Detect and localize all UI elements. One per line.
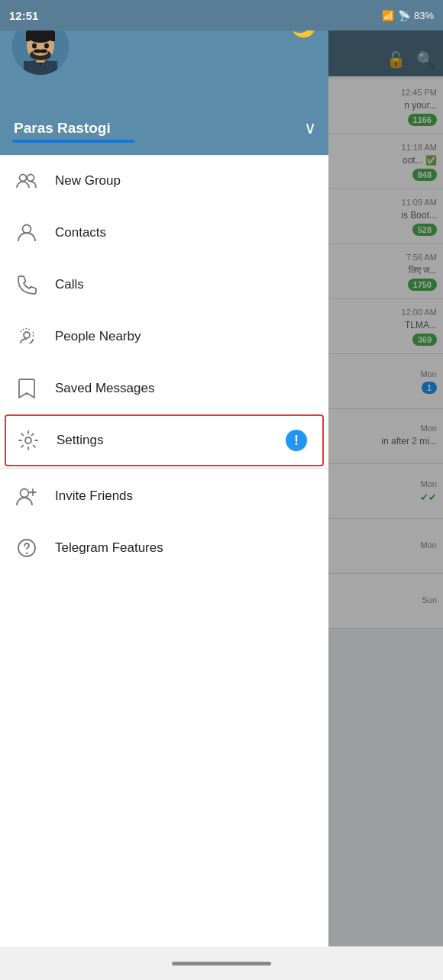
- svg-point-18: [24, 332, 30, 338]
- svg-point-15: [20, 175, 27, 182]
- svg-rect-8: [51, 34, 55, 41]
- svg-point-19: [25, 437, 31, 443]
- drawer-username[interactable]: Paras Rastogi: [14, 120, 111, 137]
- settings-notification-badge: !: [286, 430, 307, 451]
- chevron-down-icon[interactable]: ∨: [304, 118, 316, 138]
- wifi-icon: 📶: [382, 10, 394, 21]
- invite-friends-label: Invite Friends: [55, 488, 133, 504]
- new-group-label: New Group: [55, 173, 121, 189]
- menu-item-invite-friends[interactable]: Invite Friends: [0, 470, 328, 522]
- svg-point-22: [26, 553, 27, 554]
- saved-messages-label: Saved Messages: [55, 381, 154, 396]
- blue-bar: [12, 140, 134, 143]
- status-time: 12:51: [9, 9, 38, 22]
- signal-icon: 📡: [398, 10, 410, 21]
- menu-item-new-group[interactable]: New Group: [0, 155, 328, 207]
- menu-item-settings[interactable]: Settings !: [5, 414, 324, 466]
- menu-item-calls[interactable]: Calls: [0, 259, 328, 311]
- menu-list: New Group Contacts Calls: [0, 155, 328, 980]
- nearby-icon: [15, 325, 38, 348]
- svg-rect-7: [26, 34, 30, 41]
- bottom-nav: [0, 946, 443, 980]
- svg-point-16: [27, 175, 34, 182]
- drawer: 🌙: [0, 0, 328, 980]
- svg-point-20: [21, 489, 29, 498]
- menu-item-saved-messages[interactable]: Saved Messages: [0, 363, 328, 414]
- phone-icon: [15, 273, 38, 296]
- settings-icon: [17, 429, 40, 452]
- bookmark-icon: [15, 377, 38, 400]
- group-icon: [15, 169, 38, 192]
- telegram-features-label: Telegram Features: [55, 540, 163, 556]
- contacts-label: Contacts: [55, 225, 106, 240]
- add-person-icon: [15, 485, 38, 508]
- status-icons: 📶 📡 83%: [382, 10, 434, 21]
- people-nearby-label: People Nearby: [55, 329, 141, 344]
- drawer-name-row: Paras Rastogi ∨: [12, 118, 316, 138]
- divider: [0, 468, 328, 469]
- battery-text: 83%: [414, 10, 434, 21]
- menu-item-contacts[interactable]: Contacts: [0, 207, 328, 259]
- svg-point-14: [40, 50, 47, 53]
- bottom-bar: [172, 962, 271, 965]
- menu-item-telegram-features[interactable]: Telegram Features: [0, 522, 328, 574]
- person-icon: [15, 221, 38, 244]
- menu-item-people-nearby[interactable]: People Nearby: [0, 311, 328, 363]
- settings-label: Settings: [57, 433, 103, 448]
- svg-point-17: [23, 225, 31, 234]
- svg-point-9: [32, 44, 37, 49]
- calls-label: Calls: [55, 277, 84, 292]
- help-icon: [15, 537, 38, 559]
- status-bar: 12:51 📶 📡 83%: [0, 0, 443, 31]
- svg-point-10: [44, 44, 49, 49]
